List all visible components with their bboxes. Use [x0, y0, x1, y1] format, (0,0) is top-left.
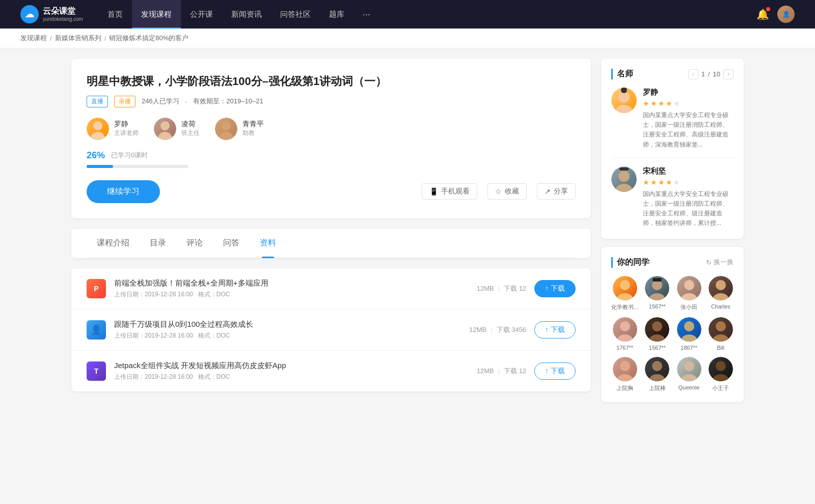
badge-live: 直播 [87, 96, 108, 107]
teacher-0-role: 主讲老师 [114, 129, 139, 137]
tab-review[interactable]: 评论 [176, 229, 213, 258]
nav-bank[interactable]: 题库 [320, 0, 354, 29]
course-title: 明星中教授课，小学阶段语法100分–强化级第1讲动词（一） [87, 74, 576, 90]
file-icon-0: P [87, 279, 106, 298]
svg-point-4 [222, 121, 231, 130]
teacher-0: 罗静 主讲老师 [87, 118, 139, 140]
download-button-2[interactable]: ↑ 下载 [534, 362, 576, 380]
sidebar-teacher-1-stars: ★ ★ ★ ★ ★ [643, 178, 734, 186]
refresh-button[interactable]: ↻ 换一换 [706, 258, 734, 267]
file-item-1: 👤 跟随千万级项目从0到100全过程高效成长 上传日期：2019-12-28 1… [71, 310, 591, 351]
svg-point-0 [93, 121, 102, 130]
user-avatar-nav[interactable]: 👤 [777, 6, 795, 23]
classmate-11-name: 小王子 [708, 384, 734, 392]
progress-bar-bg [87, 165, 188, 168]
file-name-0: 前端全栈加强版！前端全栈+全周期+多端应用 [114, 278, 469, 288]
nav-open[interactable]: 公开课 [181, 0, 222, 29]
sidebar-teacher-0-stars: ★ ★ ★ ★ ★ [643, 99, 734, 107]
teacher-0-name: 罗静 [114, 120, 139, 129]
file-icon-1: 👤 [87, 320, 106, 340]
sidebar-teacher-1-name: 宋利坚 [643, 166, 734, 176]
page-current: 1 [701, 70, 705, 78]
svg-point-1 [91, 132, 105, 140]
svg-point-27 [716, 321, 726, 331]
continue-button[interactable]: 继续学习 [87, 180, 160, 203]
nav-home[interactable]: 首页 [98, 0, 132, 29]
classmates-title: 你的同学 [611, 257, 649, 268]
valid-until: 有效期至：2019–10–21 [193, 97, 263, 106]
bell-button[interactable]: 🔔 [756, 8, 769, 20]
classmate-3-avatar [709, 276, 733, 300]
classmate-3-name: Charles [708, 303, 734, 310]
avatar-image: 👤 [777, 6, 795, 23]
svg-point-2 [160, 121, 170, 130]
teachers-card-title: 名师 [611, 69, 633, 79]
classmate-6-avatar [677, 317, 701, 342]
teacher-2-avatar [215, 118, 237, 140]
file-stats-2: 12MB | 下载 12 [477, 367, 526, 376]
classmate-8: 上院胸 [611, 357, 638, 392]
svg-point-13 [617, 293, 633, 300]
logo[interactable]: ☁ 云朵课堂 yundoketang.com [20, 5, 83, 23]
file-info-2: Jetpack全组件实战 开发短视频应用高仿皮皮虾App 上传日期：2019-1… [114, 361, 469, 381]
badge-record: 录播 [114, 96, 135, 107]
classmate-5-avatar [645, 317, 669, 342]
file-meta-0: 上传日期：2019-12-28 16:00 格式：DOC [114, 290, 469, 299]
breadcrumb-discover[interactable]: 发现课程 [20, 34, 47, 43]
tab-catalog[interactable]: 目录 [140, 229, 176, 258]
sidebar-teacher-1-avatar [611, 166, 637, 192]
classmate-10-name: Queenie [676, 384, 701, 390]
svg-point-33 [684, 361, 694, 371]
favorite-button[interactable]: ☆ 收藏 [487, 183, 527, 200]
tab-materials[interactable]: 资料 [250, 229, 286, 258]
sidebar-teacher-0-desc: 国内某重点大学安全工程专业硕士，国家一级注册消防工程师、注册安全工程师、高级注册… [643, 110, 734, 150]
classmate-9: 上院棒 [644, 357, 670, 392]
sidebar-teacher-1-desc: 国内某重点大学安全工程专业硕士，国家一级注册消防工程师、注册安全工程师、级注册建… [643, 189, 734, 229]
sidebar-teacher-0-name: 罗静 [643, 88, 734, 97]
download-button-0[interactable]: ↑ 下载 [534, 280, 576, 297]
nav-discover[interactable]: 发现课程 [132, 0, 181, 29]
classmates-header: 你的同学 ↻ 换一换 [611, 257, 734, 268]
classmate-8-name: 上院胸 [611, 384, 638, 392]
tab-intro[interactable]: 课程介绍 [87, 229, 140, 258]
teacher-1-name: 凌荷 [181, 120, 200, 129]
svg-point-34 [682, 374, 697, 381]
next-page-button[interactable]: › [723, 69, 734, 79]
file-item-0: P 前端全栈加强版！前端全栈+全周期+多端应用 上传日期：2019-12-28 … [71, 268, 591, 310]
classmates-grid: 化学教书... 1567** 张小田 [611, 276, 734, 392]
logo-icon: ☁ [20, 5, 39, 23]
file-item-2: T Jetpack全组件实战 开发短视频应用高仿皮皮虾App 上传日期：2019… [71, 351, 591, 391]
share-button[interactable]: ↗ 分享 [537, 183, 576, 200]
sidebar-teacher-0-avatar [611, 88, 637, 113]
svg-point-10 [616, 184, 632, 192]
nav-news[interactable]: 新闻资讯 [222, 0, 271, 29]
classmate-4-name: 1767** [611, 345, 638, 351]
tab-qa[interactable]: 问答 [213, 229, 250, 258]
mobile-view-button[interactable]: 📱 手机观看 [422, 183, 477, 200]
tabs-nav: 课程介绍 目录 评论 问答 资料 [87, 229, 576, 258]
classmate-8-avatar [613, 357, 637, 381]
page-total: 10 [713, 70, 720, 78]
prev-page-button[interactable]: ‹ [688, 69, 698, 79]
nav-more[interactable]: ··· [354, 9, 379, 20]
svg-point-18 [682, 293, 697, 300]
progress-bar-fill [87, 165, 113, 168]
svg-point-9 [618, 171, 630, 182]
svg-point-20 [713, 293, 728, 300]
svg-rect-16 [653, 278, 662, 282]
breadcrumb-series[interactable]: 新媒体营销系列 [55, 34, 101, 43]
svg-point-22 [617, 334, 633, 342]
classmates-card: 你的同学 ↻ 换一换 化学教书... [601, 247, 744, 402]
main-container: 明星中教授课，小学阶段语法100分–强化级第1讲动词（一） 直播 录播 246人… [51, 59, 764, 410]
svg-point-23 [652, 321, 662, 331]
progress-percent: 26% [87, 150, 105, 161]
classmate-10: Queenie [676, 357, 701, 392]
download-button-1[interactable]: ↑ 下载 [534, 321, 576, 339]
learner-count: 246人已学习 [142, 97, 179, 106]
teachers-card: 名师 ‹ 1/10 › 罗静 ★ ★ [601, 59, 744, 239]
classmate-0: 化学教书... [611, 276, 638, 311]
nav-items: 首页 发现课程 公开课 新闻资讯 问答社区 题库 ··· [98, 0, 756, 29]
file-icon-2: T [87, 361, 106, 381]
classmate-2-name: 张小田 [676, 303, 701, 311]
nav-qa[interactable]: 问答社区 [271, 0, 320, 29]
